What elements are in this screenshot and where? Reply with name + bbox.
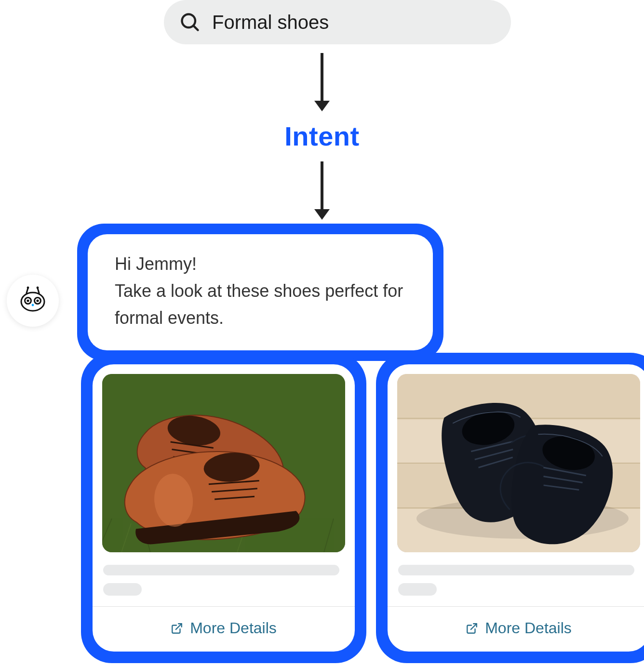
svg-point-5 [37,287,39,289]
chat-bubble: Hi Jemmy! Take a look at these shoes per… [77,224,443,361]
product-card: More Details [81,353,366,663]
product-card: More Details [376,353,644,663]
more-details-label: More Details [190,619,277,637]
product-card-inner: More Details [93,364,355,652]
search-icon [179,12,201,33]
product-skeleton [388,552,644,606]
flow-arrow-2 [314,161,330,220]
svg-point-10 [36,299,39,302]
svg-point-11 [32,304,34,306]
product-cards-row: More Details [81,353,644,663]
bot-avatar [7,275,59,327]
skeleton-pill [103,583,142,596]
svg-line-32 [471,624,477,629]
svg-point-4 [27,287,29,289]
svg-line-22 [176,624,182,629]
more-details-label: More Details [485,619,572,637]
chat-bubble-inner: Hi Jemmy! Take a look at these shoes per… [88,234,433,350]
external-link-icon [171,622,183,635]
skeleton-line [103,565,339,575]
bubble-line-2: Take a look at these shoes perfect for f… [115,278,412,332]
skeleton-pill [398,583,437,596]
product-skeleton [93,552,355,606]
svg-line-2 [27,288,28,293]
bubble-line-1: Hi Jemmy! [115,251,412,278]
flow-arrow-1 [314,53,330,111]
skeleton-line [398,565,634,575]
product-card-inner: More Details [388,364,644,652]
svg-line-1 [193,26,198,30]
svg-point-9 [27,299,29,302]
search-query: Formal shoes [212,12,329,33]
external-link-icon [466,622,478,635]
svg-line-3 [38,288,39,293]
intent-label: Intent [284,120,359,152]
robot-icon [17,284,48,317]
product-image [102,374,345,552]
more-details-button[interactable]: More Details [93,607,355,652]
product-image [397,374,640,552]
more-details-button[interactable]: More Details [388,607,644,652]
search-pill[interactable]: Formal shoes [164,0,511,44]
